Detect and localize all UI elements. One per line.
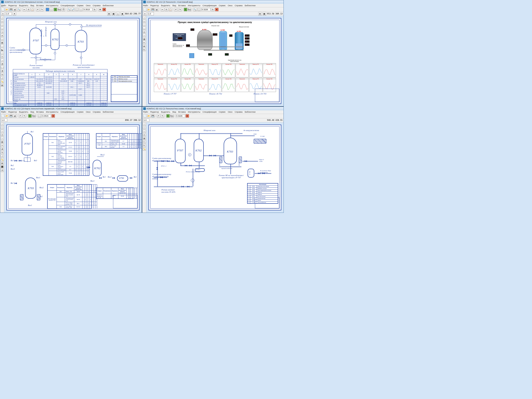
pan-icon[interactable]: ✥ [98, 8, 102, 11]
titlebar[interactable]: КОМПАС-3D V13 [12-Матеріальні потоки ->С… [0, 0, 142, 4]
new-icon[interactable]: 📄 [1, 8, 5, 11]
zoom-sel-icon[interactable]: ⬚ [79, 8, 83, 11]
point-icon[interactable]: · [1, 44, 4, 48]
measure-icon[interactable]: 📏 [1, 80, 4, 83]
new-icon[interactable]: 📄 [143, 114, 147, 118]
menu-file[interactable]: Файл [143, 4, 148, 7]
copy-icon[interactable]: ⎘ [165, 8, 168, 11]
menu-tools[interactable]: Инструменты [46, 4, 58, 7]
scale-icon[interactable]: ⤢ [1, 76, 4, 80]
paste-icon[interactable]: 📋 [169, 8, 172, 11]
menu-help[interactable]: Справка [93, 111, 101, 113]
zoom-field[interactable] [176, 114, 185, 117]
hatch-icon[interactable]: ▨ [1, 140, 4, 144]
undo-icon[interactable]: ↶ [36, 8, 40, 11]
text-icon[interactable]: A [143, 30, 146, 33]
menu-spec[interactable]: Спецификация [61, 111, 75, 113]
sigma-icon[interactable]: Σ [28, 114, 32, 118]
menu-spec[interactable]: Спецификация [203, 4, 216, 7]
zoom-in-icon[interactable]: 🔍 [67, 8, 71, 11]
refresh-icon[interactable]: ↻ [211, 8, 215, 11]
dim-icon[interactable]: ↔ [1, 38, 4, 41]
zoom-field[interactable] [83, 8, 92, 11]
copy-icon[interactable]: ⎘ [27, 8, 30, 11]
menu-service[interactable]: Сервис [77, 111, 84, 113]
grid-icon[interactable]: ▦ [263, 12, 266, 16]
circle-icon[interactable]: ○ [143, 130, 146, 133]
coord-icon[interactable]: ◉ [120, 12, 124, 16]
layer-mgr-icon[interactable]: ▤ [1, 162, 4, 165]
menu-spec[interactable]: Спецификация [61, 4, 75, 7]
fx-icon[interactable]: f(x) [32, 114, 36, 118]
menu-help[interactable]: Справка [93, 4, 101, 7]
trim-icon[interactable]: ✂ [143, 140, 146, 144]
menu-tools[interactable]: Инструменты [188, 4, 200, 7]
measure-icon[interactable]: 📏 [1, 158, 4, 161]
hatch-icon[interactable]: ▨ [1, 41, 4, 44]
mirror-icon[interactable]: ⇄ [1, 148, 4, 151]
canvas[interactable]: Процес окислення суміші циклогексанону т… [146, 16, 284, 106]
rect-icon[interactable]: □ [143, 20, 146, 23]
stop-icon[interactable]: ● [185, 114, 189, 118]
scale-field[interactable] [143, 119, 149, 122]
new-icon[interactable]: 📄 [1, 114, 5, 118]
text-icon[interactable]: A [143, 133, 146, 137]
menu-service[interactable]: Сервис [219, 4, 226, 7]
menu-editor[interactable]: Редактор [8, 111, 17, 113]
fx-icon[interactable]: f(x) [170, 114, 174, 118]
menu-editor[interactable]: Редактор [150, 111, 159, 113]
array-icon[interactable]: ⋮⋮ [1, 66, 4, 69]
circle-icon[interactable]: ○ [143, 23, 146, 26]
rotate-icon[interactable]: ↻ [1, 151, 4, 154]
titlebar[interactable]: КОМПАС-3D V13 [1-Технологічна схема ->Си… [142, 107, 284, 110]
rotate-icon[interactable]: ↻ [143, 48, 146, 51]
snap-icon[interactable]: ⊞ [258, 12, 262, 16]
cut-icon[interactable]: ✂ [161, 8, 164, 11]
scale-icon[interactable]: ⤢ [1, 155, 4, 158]
redo-icon[interactable]: ↷ [40, 8, 44, 11]
text-icon[interactable]: A [1, 133, 4, 137]
sigma-icon[interactable]: Σ [54, 8, 57, 11]
arc-icon[interactable]: ◡ [1, 27, 4, 30]
menu-select[interactable]: Выделить [19, 4, 28, 7]
menu-insert[interactable]: Вставка [36, 4, 44, 7]
menu-window[interactable]: Окно [86, 111, 90, 113]
zoom-fit-icon[interactable]: ⛶ [75, 8, 79, 11]
trim-icon[interactable]: ✂ [143, 41, 146, 44]
cut-icon[interactable]: ✂ [23, 8, 26, 11]
menu-tools[interactable]: Инструменты [188, 111, 200, 113]
ortho-icon[interactable]: ⊥ [116, 12, 120, 16]
menu-select[interactable]: Выделить [161, 4, 170, 7]
line-icon[interactable]: / [1, 123, 4, 126]
rotate-icon[interactable]: ↻ [1, 73, 4, 76]
open-icon[interactable]: 📂 [147, 8, 151, 11]
chamfer-icon[interactable]: ◣ [1, 48, 4, 51]
block-icon[interactable]: ⬛ [1, 165, 4, 168]
scale-field[interactable] [6, 12, 12, 15]
fillet-icon[interactable]: ◜ [1, 52, 4, 55]
tool-b-icon[interactable]: ⬚ [50, 8, 53, 11]
new-icon[interactable]: 📄 [143, 8, 147, 11]
menu-insert[interactable]: Вставка [178, 111, 185, 113]
sigma-icon[interactable]: Σ [166, 114, 170, 118]
mirror-icon[interactable]: ⇄ [1, 62, 4, 65]
line-icon[interactable]: / [1, 16, 4, 19]
text-icon[interactable]: A [1, 34, 4, 37]
group-icon[interactable]: ⊡ [1, 169, 4, 172]
stop-icon[interactable]: ● [215, 8, 219, 11]
menu-select[interactable]: Выделить [161, 111, 170, 113]
canvas[interactable]: Р707 К702 К703 3 9 4 [4, 16, 142, 106]
mirror-icon[interactable]: ⇄ [143, 44, 146, 48]
menu-spec[interactable]: Спецификация [203, 111, 216, 113]
redo-icon[interactable]: ↷ [161, 114, 164, 118]
menu-editor[interactable]: Редактор [8, 4, 17, 7]
menu-view[interactable]: Вид [30, 4, 34, 7]
zoom-in-icon[interactable]: 🔍 [193, 8, 197, 11]
menu-lib[interactable]: Библиотеки [245, 4, 256, 7]
trim-icon[interactable]: ✂ [1, 55, 4, 58]
dim-icon[interactable]: ↔ [1, 137, 4, 140]
menu-help[interactable]: Справка [235, 111, 242, 113]
zoom-field[interactable] [201, 8, 211, 11]
measure-icon[interactable]: 📏 [143, 148, 146, 151]
undo-icon[interactable]: ↶ [19, 114, 22, 118]
